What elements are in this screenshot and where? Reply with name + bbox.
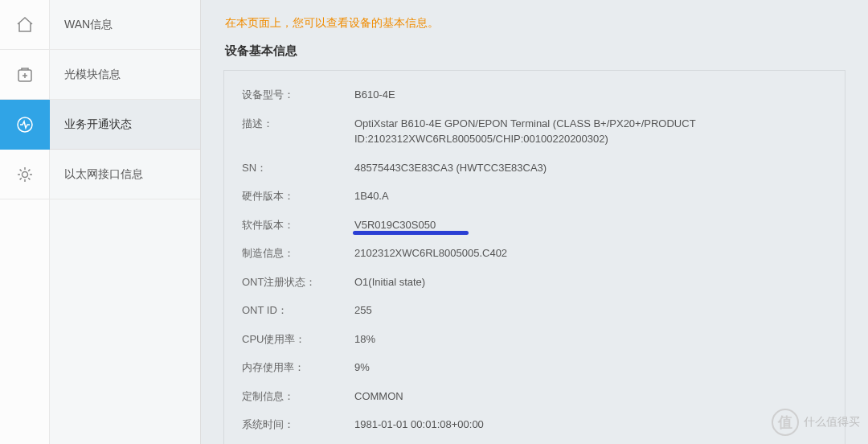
info-row-cpu-usage: CPU使用率： 18% bbox=[224, 325, 845, 354]
info-value: OptiXstar B610-4E GPON/EPON Terminal (CL… bbox=[354, 116, 845, 147]
info-value: 9% bbox=[354, 360, 845, 376]
info-label: 系统时间： bbox=[242, 417, 354, 433]
sidebar-item-wan-info[interactable]: WAN信息 bbox=[0, 0, 200, 50]
page-description: 在本页面上，您可以查看设备的基本信息。 bbox=[201, 0, 868, 43]
watermark-logo: 值 bbox=[772, 409, 799, 436]
info-label: CPU使用率： bbox=[242, 331, 354, 347]
info-label: 设备型号： bbox=[242, 87, 354, 103]
info-row-custom-info: 定制信息： COMMON bbox=[224, 382, 845, 411]
sidebar-item-label: 以太网接口信息 bbox=[50, 150, 200, 199]
watermark: 值 什么值得买 bbox=[772, 409, 860, 436]
svg-point-2 bbox=[22, 171, 27, 177]
info-value: B610-4E bbox=[354, 87, 845, 103]
activity-icon bbox=[0, 100, 50, 150]
info-row-system-time: 系统时间： 1981-01-01 00:01:08+00:00 bbox=[224, 410, 845, 439]
sidebar-item-ethernet-info[interactable]: 以太网接口信息 bbox=[0, 150, 200, 199]
info-label: ONT注册状态： bbox=[242, 274, 354, 290]
info-label: 内存使用率： bbox=[242, 360, 354, 376]
device-info-panel: 设备型号： B610-4E 描述： OptiXstar B610-4E GPON… bbox=[223, 70, 845, 444]
sidebar-item-label: WAN信息 bbox=[50, 0, 200, 50]
info-value: V5R019C30S050 bbox=[354, 217, 845, 233]
sidebar-spacer bbox=[0, 199, 200, 444]
sidebar-item-optical-module[interactable]: 光模块信息 bbox=[0, 50, 200, 100]
info-value: 255 bbox=[354, 302, 845, 319]
highlight-underline bbox=[353, 231, 469, 235]
info-row-ont-id: ONT ID： 255 bbox=[224, 296, 845, 325]
sidebar-item-label: 业务开通状态 bbox=[50, 100, 200, 150]
plus-box-icon bbox=[0, 50, 50, 100]
info-value: 48575443C3E83CA3 (HWTCC3E83CA3) bbox=[354, 160, 845, 176]
info-label: ONT ID： bbox=[242, 302, 354, 319]
gear-icon bbox=[0, 150, 50, 199]
sidebar-item-service-status[interactable]: 业务开通状态 bbox=[0, 100, 200, 150]
info-value: 2102312XWC6RL8005005.C402 bbox=[354, 245, 845, 261]
info-value: COMMON bbox=[354, 388, 845, 405]
info-row-ont-reg-status: ONT注册状态： O1(Initial state) bbox=[224, 268, 845, 297]
info-label: 硬件版本： bbox=[242, 188, 354, 204]
info-row-description: 描述： OptiXstar B610-4E GPON/EPON Terminal… bbox=[224, 109, 845, 154]
content-area: 在本页面上，您可以查看设备的基本信息。 设备基本信息 设备型号： B610-4E… bbox=[201, 0, 868, 444]
info-value: O1(Initial state) bbox=[354, 274, 845, 290]
info-value: 18% bbox=[354, 331, 845, 347]
info-row-model: 设备型号： B610-4E bbox=[224, 80, 845, 109]
section-title: 设备基本信息 bbox=[201, 43, 868, 70]
sidebar: WAN信息 光模块信息 业务开通状态 以太网接口信息 bbox=[0, 0, 201, 444]
info-label: 软件版本： bbox=[242, 217, 354, 233]
info-row-sn: SN： 48575443C3E83CA3 (HWTCC3E83CA3) bbox=[224, 154, 845, 183]
info-label: 描述： bbox=[242, 116, 354, 147]
info-label: 定制信息： bbox=[242, 388, 354, 405]
info-row-memory-usage: 内存使用率： 9% bbox=[224, 353, 845, 382]
info-label: 制造信息： bbox=[242, 245, 354, 261]
info-value: 1B40.A bbox=[354, 188, 845, 204]
software-version-text: V5R019C30S050 bbox=[354, 219, 436, 231]
info-row-software-version: 软件版本： V5R019C30S050 bbox=[224, 211, 845, 240]
info-row-manufacture-info: 制造信息： 2102312XWC6RL8005005.C402 bbox=[224, 239, 845, 268]
watermark-text: 什么值得买 bbox=[804, 415, 860, 430]
home-icon bbox=[0, 0, 50, 50]
info-row-hardware-version: 硬件版本： 1B40.A bbox=[224, 182, 845, 211]
sidebar-item-label: 光模块信息 bbox=[50, 50, 200, 100]
info-label: SN： bbox=[242, 160, 354, 176]
